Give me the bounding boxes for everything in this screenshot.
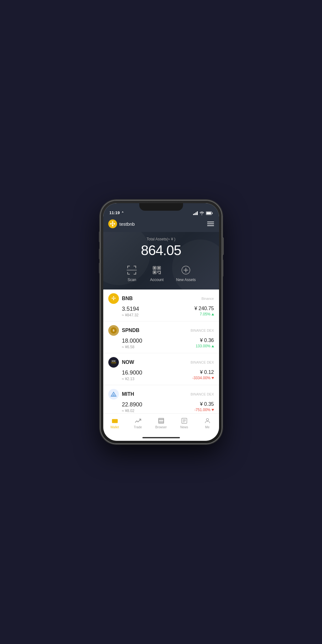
asset-exchange-now: BINANCE DEX: [191, 360, 214, 364]
asset-header-bnb: BNB Binance: [108, 293, 214, 304]
menu-button[interactable]: [207, 222, 214, 226]
notch: [139, 203, 183, 211]
asset-amount-section-spndb: 18.0000 ≈ ¥6.58: [122, 338, 142, 349]
svg-rect-1: [212, 213, 212, 214]
asset-change-bnb: 7.05%: [194, 312, 214, 316]
svg-rect-20: [159, 271, 160, 272]
header-left: testbnb: [108, 219, 135, 228]
news-icon: [181, 417, 188, 425]
svg-rect-6: [134, 266, 136, 266]
total-assets-value: 864.05: [108, 243, 214, 258]
asset-cny-mith: ≈ ¥8.02: [122, 409, 142, 413]
new-assets-button[interactable]: New Assets: [176, 264, 196, 282]
asset-logo-now: NOW TOKEN: [108, 357, 119, 368]
asset-exchange-mith: BINANCE DEX: [191, 392, 214, 396]
me-nav-label: Me: [205, 425, 210, 429]
me-icon: [204, 417, 211, 425]
asset-details-now: 16.9000 ≈ ¥2.13 ¥ 0.12 -3334.00%: [108, 370, 214, 381]
asset-amount-section-bnb: 3.5194 ≈ ¥847.32: [122, 306, 139, 317]
asset-price-section-mith: ¥ 0.35 -751.00%: [194, 401, 214, 412]
new-assets-label: New Assets: [176, 278, 196, 282]
svg-rect-23: [159, 273, 160, 274]
arrow-down-icon-now: [212, 377, 214, 379]
status-icons: [193, 211, 213, 215]
asset-amount-section-now: 16.9000 ≈ ¥2.13: [122, 370, 142, 381]
wallet-icon: [111, 417, 119, 425]
svg-text:$: $: [113, 329, 115, 332]
asset-name-spndb: SPNDB: [122, 328, 140, 333]
svg-rect-22: [157, 272, 158, 273]
asset-cny-spndb: ≈ ¥6.58: [122, 345, 142, 349]
nav-browser[interactable]: Browser: [150, 417, 173, 429]
total-assets-label: Total Assets(≈ ¥ ): [108, 237, 214, 241]
asset-name-now: NOW: [122, 360, 134, 365]
hero-section: Total Assets(≈ ¥ ) 864.05: [103, 232, 219, 289]
nav-wallet[interactable]: Wallet: [103, 417, 126, 429]
signal-icon: [193, 211, 198, 215]
asset-header-mith: MITH BINANCE DEX: [108, 389, 214, 400]
asset-amount-section-mith: 22.8900 ≈ ¥8.02: [122, 401, 142, 413]
asset-cny-bnb: ≈ ¥847.32: [122, 313, 139, 317]
time-display: 11:19: [110, 210, 120, 215]
trade-icon: [134, 417, 142, 425]
scan-icon: [126, 264, 137, 276]
asset-item-mith[interactable]: MITH BINANCE DEX 22.8900 ≈ ¥8.02 ¥ 0.35 …: [103, 385, 219, 413]
asset-price-now: ¥ 0.12: [192, 370, 214, 375]
svg-rect-36: [115, 420, 117, 422]
asset-logo-bnb: [108, 293, 119, 304]
svg-rect-7: [135, 266, 136, 268]
svg-rect-11: [135, 272, 136, 274]
nav-me[interactable]: Me: [196, 417, 219, 429]
trade-nav-label: Trade: [134, 425, 142, 429]
svg-rect-21: [160, 271, 161, 272]
svg-rect-35: [112, 420, 117, 420]
svg-rect-16: [158, 267, 160, 269]
asset-logo-spndb: $: [108, 325, 119, 336]
arrow-up-icon: [212, 313, 214, 315]
svg-text:TOKEN: TOKEN: [111, 362, 116, 364]
asset-amount-spndb: 18.0000: [122, 338, 142, 344]
scan-label: Scan: [128, 278, 136, 282]
asset-name-bnb: BNB: [122, 296, 133, 301]
asset-header-now: NOW TOKEN NOW BINANCE DEX: [108, 357, 214, 368]
arrow-down-icon-mith: [212, 409, 214, 411]
account-label: Account: [150, 278, 163, 282]
asset-item-spndb[interactable]: $ SPNDB BINANCE DEX 18.0000 ≈ ¥6.58 ¥ 0.…: [103, 321, 219, 353]
asset-cny-now: ≈ ¥2.13: [122, 377, 142, 381]
nav-trade[interactable]: Trade: [126, 417, 150, 429]
asset-item-bnb[interactable]: BNB Binance 3.5194 ≈ ¥847.32 ¥ 240.75 7.…: [103, 289, 219, 321]
new-assets-icon: [180, 264, 192, 276]
phone-device: 11:19: [100, 200, 222, 444]
assets-list: BNB Binance 3.5194 ≈ ¥847.32 ¥ 240.75 7.…: [103, 289, 219, 413]
asset-change-mith: -751.00%: [194, 408, 214, 412]
svg-rect-24: [160, 272, 161, 273]
nav-news[interactable]: News: [173, 417, 196, 429]
asset-details-mith: 22.8900 ≈ ¥8.02 ¥ 0.35 -751.00%: [108, 401, 214, 413]
asset-price-bnb: ¥ 240.75: [194, 306, 214, 311]
asset-amount-mith: 22.8900: [122, 401, 142, 408]
scan-button[interactable]: Scan: [126, 264, 137, 282]
asset-price-mith: ¥ 0.35: [194, 401, 214, 407]
svg-rect-8: [127, 274, 130, 274]
svg-rect-9: [127, 272, 128, 274]
location-icon: [121, 211, 124, 214]
app-header: testbnb: [103, 217, 219, 232]
svg-rect-2: [206, 212, 211, 214]
arrow-up-icon-spndb: [212, 345, 214, 347]
svg-rect-10: [134, 274, 136, 274]
browser-nav-label: Browser: [155, 425, 167, 429]
asset-price-section-spndb: ¥ 0.36 133.00%: [196, 338, 214, 348]
svg-rect-18: [154, 271, 156, 273]
bottom-nav: Wallet Trade: [103, 413, 219, 435]
svg-rect-37: [158, 419, 164, 422]
wifi-icon: [199, 211, 204, 215]
wallet-nav-label: Wallet: [110, 425, 119, 429]
asset-exchange-bnb: Binance: [202, 297, 214, 300]
asset-price-section-bnb: ¥ 240.75 7.05%: [194, 306, 214, 316]
account-button[interactable]: Account: [150, 264, 163, 282]
asset-item-now[interactable]: NOW TOKEN NOW BINANCE DEX 16.9000 ≈ ¥2.1…: [103, 353, 219, 385]
asset-details-bnb: 3.5194 ≈ ¥847.32 ¥ 240.75 7.05%: [108, 306, 214, 317]
battery-icon: [206, 211, 213, 215]
status-time: 11:19: [110, 210, 124, 215]
svg-rect-25: [160, 273, 161, 274]
